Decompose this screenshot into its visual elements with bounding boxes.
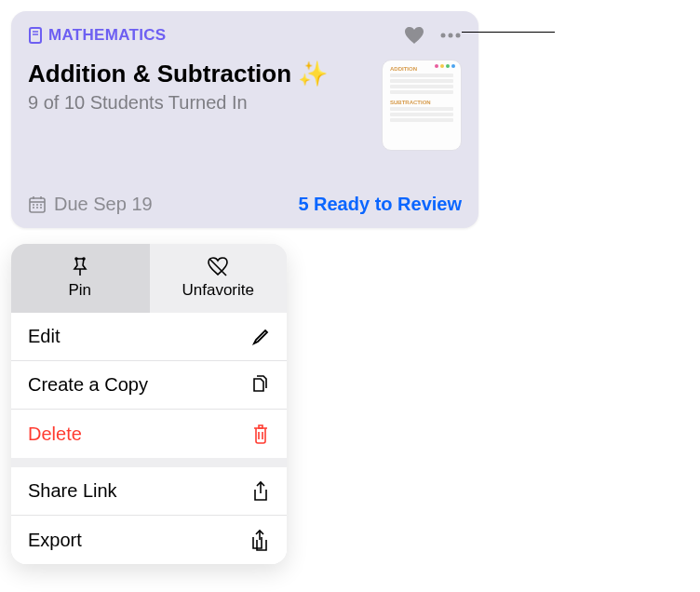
card-body: Addition & Subtraction ✨ 9 of 10 Student… bbox=[28, 60, 462, 151]
pin-tab[interactable]: Pin bbox=[11, 244, 149, 313]
heart-slash-icon bbox=[207, 257, 229, 277]
svg-point-3 bbox=[441, 34, 446, 38]
svg-rect-0 bbox=[30, 28, 41, 43]
delete-label: Delete bbox=[28, 424, 82, 445]
share-link-label: Share Link bbox=[28, 480, 117, 502]
more-icon[interactable] bbox=[439, 33, 462, 38]
menu-divider bbox=[11, 458, 287, 467]
turned-in-status: 9 of 10 Students Turned In bbox=[28, 92, 328, 114]
edit-label: Edit bbox=[28, 326, 60, 347]
duplicate-icon bbox=[249, 375, 270, 396]
menu-section-2: Share Link Export bbox=[11, 467, 287, 564]
heart-icon[interactable] bbox=[404, 26, 424, 45]
export-label: Export bbox=[28, 530, 82, 551]
due-label: Due Sep 19 bbox=[54, 194, 153, 215]
pin-icon bbox=[71, 257, 89, 277]
share-link-item[interactable]: Share Link bbox=[11, 467, 287, 516]
title-block: Addition & Subtraction ✨ 9 of 10 Student… bbox=[28, 60, 328, 114]
assignment-card[interactable]: MATHEMATICS Addition & Subtraction ✨ 9 o… bbox=[11, 11, 478, 228]
assignment-title: Addition & Subtraction ✨ bbox=[28, 60, 328, 88]
card-footer: Due Sep 19 5 Ready to Review bbox=[28, 194, 462, 215]
trash-icon bbox=[251, 424, 270, 444]
class-label: MATHEMATICS bbox=[48, 26, 166, 45]
calendar-icon bbox=[28, 195, 47, 214]
ready-to-review[interactable]: 5 Ready to Review bbox=[298, 194, 462, 215]
unfavorite-label: Unfavorite bbox=[182, 281, 254, 300]
copy-item[interactable]: Create a Copy bbox=[11, 361, 287, 410]
menu-section-1: Edit Create a Copy Delete bbox=[11, 313, 287, 458]
svg-point-5 bbox=[456, 34, 461, 38]
export-icon bbox=[249, 529, 270, 551]
class-tag[interactable]: MATHEMATICS bbox=[28, 26, 166, 45]
pin-label: Pin bbox=[68, 281, 91, 300]
notebook-icon bbox=[28, 27, 43, 44]
copy-label: Create a Copy bbox=[28, 374, 148, 396]
unfavorite-tab[interactable]: Unfavorite bbox=[149, 244, 288, 313]
context-menu: Pin Unfavorite Edit Create a Copy Delete bbox=[11, 244, 287, 564]
due-date: Due Sep 19 bbox=[28, 194, 153, 215]
menu-tabs: Pin Unfavorite bbox=[11, 244, 287, 313]
share-icon bbox=[251, 480, 270, 503]
export-item[interactable]: Export bbox=[11, 516, 287, 564]
edit-item[interactable]: Edit bbox=[11, 313, 287, 361]
callout-line bbox=[462, 32, 555, 33]
header-actions bbox=[404, 26, 462, 45]
card-header: MATHEMATICS bbox=[28, 26, 462, 45]
pencil-icon bbox=[251, 328, 270, 346]
svg-point-18 bbox=[83, 258, 85, 260]
svg-point-4 bbox=[449, 34, 453, 38]
attachment-thumbnail[interactable]: ADDITION SUBTRACTION bbox=[382, 60, 462, 151]
svg-point-17 bbox=[75, 258, 77, 260]
delete-item[interactable]: Delete bbox=[11, 410, 287, 458]
